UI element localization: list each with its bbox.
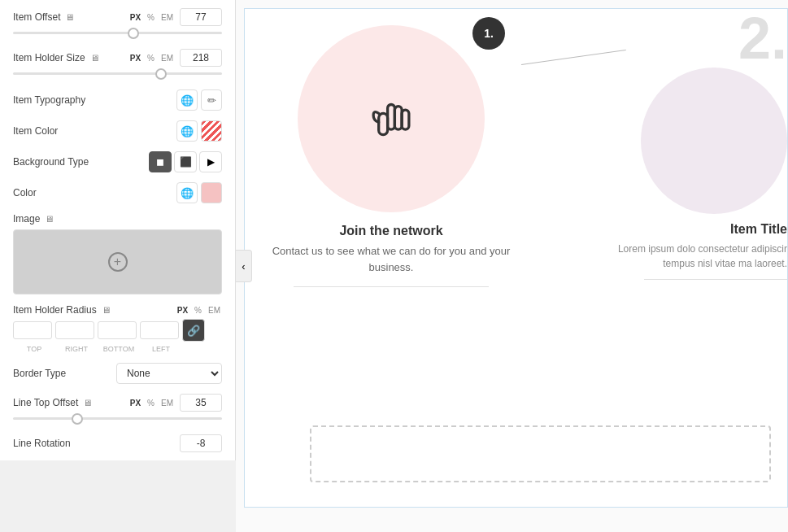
step2-divider — [644, 279, 787, 280]
unit-px-line[interactable]: PX — [128, 398, 142, 408]
step2-circle — [641, 68, 787, 214]
unit-pct-size[interactable]: % — [146, 53, 156, 63]
line-rotation-label: Line Rotation — [13, 438, 71, 449]
step2-num: 2. — [608, 9, 787, 68]
item-offset-slider-row — [13, 26, 222, 39]
step-card-2: 2. Item Title Lorem ipsum dolo consectet… — [608, 9, 787, 280]
bg-type-fill-btn[interactable]: ◼ — [149, 151, 172, 172]
preview-border: 1. Join the network Contact us to see wh… — [244, 8, 788, 508]
item-offset-thumb[interactable] — [128, 28, 139, 39]
unit-pct-line[interactable]: % — [146, 398, 156, 408]
item-typography-icons: 🌐 ✏ — [176, 89, 222, 111]
border-type-select[interactable]: None Solid Dashed Dotted — [116, 363, 222, 384]
unit-px-radius[interactable]: PX — [176, 305, 189, 316]
radius-bottom-input[interactable] — [98, 321, 137, 339]
line-top-offset-row: Line Top Offset 🖥 PX % EM — [13, 394, 222, 412]
image-plus-icon: + — [108, 252, 128, 272]
typography-globe-btn[interactable]: 🌐 — [176, 89, 198, 111]
color-pink-swatch[interactable] — [201, 182, 222, 203]
line-top-offset-section: Line Top Offset 🖥 PX % EM — [13, 394, 222, 425]
radius-monitor-icon: 🖥 — [102, 305, 111, 315]
step1-divider — [294, 286, 489, 287]
unit-tabs-line: PX % EM — [128, 398, 175, 408]
item-color-swatch[interactable] — [201, 120, 222, 142]
bg-type-video-btn[interactable]: ▶ — [199, 151, 222, 172]
collapse-panel-btn[interactable]: ‹ — [236, 250, 252, 282]
item-holder-size-thumb[interactable] — [155, 68, 167, 80]
item-holder-size-label: Item Holder Size — [13, 52, 85, 63]
bg-type-gradient-btn[interactable]: ⬛ — [174, 151, 197, 172]
unit-px-offset[interactable]: PX — [128, 12, 142, 23]
radius-top-label: TOP — [15, 345, 54, 353]
svg-rect-3 — [402, 110, 409, 129]
unit-tabs-size: PX % EM — [128, 53, 175, 63]
item-holder-size-input[interactable] — [180, 49, 222, 67]
radius-labels-row: TOP RIGHT BOTTOM LEFT — [13, 345, 222, 353]
monitor-icon-2: 🖥 — [90, 53, 99, 63]
line-rotation-row: Line Rotation — [13, 434, 222, 452]
color-globe-btn-2[interactable]: 🌐 — [176, 182, 198, 203]
border-type-label: Border Type — [13, 368, 66, 379]
item-color-label: Item Color — [13, 125, 58, 137]
item-color-row: Item Color 🌐 — [13, 120, 222, 142]
unit-em-radius[interactable]: EM — [207, 305, 222, 316]
radius-link-btn[interactable]: 🔗 — [182, 319, 205, 342]
image-upload-box[interactable]: + — [13, 229, 222, 294]
item-offset-label: Item Offset — [13, 11, 60, 23]
line-top-offset-controls: PX % EM — [128, 394, 222, 412]
left-panel-wrapper: Item Offset 🖥 PX % EM — [0, 0, 236, 532]
item-offset-track — [13, 32, 222, 34]
radius-right-label: RIGHT — [57, 345, 96, 353]
line-rotation-input[interactable] — [180, 434, 222, 452]
background-type-label: Background Type — [13, 156, 89, 168]
dashed-placeholder — [310, 425, 771, 482]
line-top-offset-track — [13, 417, 222, 420]
image-row: Image 🖥 — [13, 213, 222, 225]
color-icons: 🌐 — [176, 182, 222, 203]
unit-pct-offset[interactable]: % — [146, 12, 156, 23]
image-monitor-icon: 🖥 — [45, 214, 54, 224]
color-row: Color 🌐 — [13, 182, 222, 203]
line-top-offset-thumb[interactable] — [72, 413, 83, 425]
radius-left-label: LEFT — [141, 345, 181, 353]
item-holder-size-track — [13, 72, 222, 75]
hand-icon — [363, 90, 420, 147]
radius-top-input[interactable] — [13, 321, 52, 339]
unit-px-size[interactable]: PX — [128, 53, 142, 63]
background-type-row: Background Type ◼ ⬛ ▶ — [13, 151, 222, 172]
item-typography-row: Item Typography 🌐 ✏ — [13, 89, 222, 111]
step1-circle-wrapper: 1. — [269, 25, 513, 212]
right-panel: 1. Join the network Contact us to see wh… — [236, 0, 788, 532]
unit-pct-radius[interactable]: % — [193, 305, 203, 316]
bg-type-buttons: ◼ ⬛ ▶ — [149, 151, 222, 172]
radius-left-input[interactable] — [140, 321, 179, 339]
item-offset-row: Item Offset 🖥 PX % EM — [13, 8, 222, 26]
item-holder-size-controls: PX % EM — [128, 49, 222, 67]
step1-desc: Contact us to see what we can do for you… — [269, 243, 513, 275]
monitor-icon: 🖥 — [65, 12, 74, 22]
unit-tabs-offset: PX % EM — [128, 12, 175, 23]
unit-em-size[interactable]: EM — [159, 53, 175, 63]
unit-em-line[interactable]: EM — [159, 398, 175, 408]
line-top-offset-label: Line Top Offset — [13, 397, 78, 408]
border-type-row: Border Type None Solid Dashed Dotted — [13, 363, 222, 384]
item-offset-input[interactable] — [180, 8, 222, 26]
radius-right-input[interactable] — [55, 321, 94, 339]
color-label: Color — [13, 187, 37, 198]
item-offset-section: Item Offset 🖥 PX % EM — [13, 8, 222, 39]
step1-circle — [298, 25, 485, 212]
unit-em-offset[interactable]: EM — [159, 12, 175, 23]
item-holder-size-slider-row — [13, 67, 222, 80]
radius-bottom-label: BOTTOM — [99, 345, 138, 353]
step-card-1: 1. Join the network Contact us to see wh… — [269, 25, 513, 287]
line-top-offset-input[interactable] — [180, 394, 222, 412]
item-holder-radius-section: Item Holder Radius 🖥 PX % EM 🔗 TOP RIGHT — [13, 304, 222, 353]
step1-badge-text: 1. — [484, 27, 494, 40]
collapse-icon: ‹ — [242, 260, 245, 273]
typography-pencil-btn[interactable]: ✏ — [201, 89, 222, 111]
image-label: Image — [13, 213, 40, 225]
color-globe-btn[interactable]: 🌐 — [176, 120, 198, 142]
item-holder-radius-label: Item Holder Radius — [13, 304, 97, 316]
item-holder-size-section: Item Holder Size 🖥 PX % EM — [13, 49, 222, 80]
line-top-offset-slider-row — [13, 412, 222, 425]
